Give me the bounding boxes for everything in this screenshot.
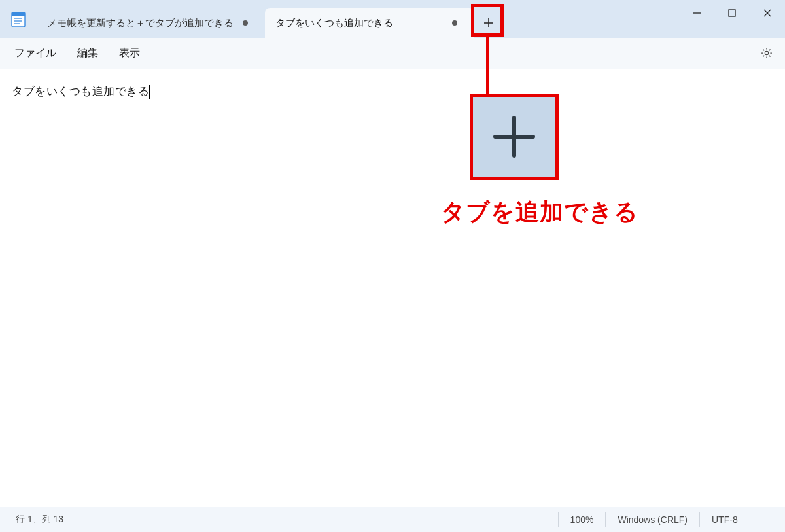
close-button[interactable] xyxy=(750,0,785,26)
menu-file[interactable]: ファイル xyxy=(5,43,65,64)
status-line-ending: Windows (CRLF) xyxy=(606,507,699,532)
status-zoom[interactable]: 100% xyxy=(559,507,606,532)
menu-bar: ファイル 編集 表示 xyxy=(0,38,785,69)
title-bar: メモ帳を更新すると＋でタブが追加できる タブをいくつも追加できる xyxy=(0,0,785,38)
text-caret xyxy=(149,85,150,99)
svg-rect-1 xyxy=(12,12,25,16)
maximize-button[interactable] xyxy=(714,0,750,26)
text-editor[interactable]: タブをいくつも追加できる xyxy=(0,69,785,507)
svg-point-6 xyxy=(16,12,18,13)
menu-edit[interactable]: 編集 xyxy=(68,43,107,64)
plus-icon xyxy=(483,17,495,29)
unsaved-indicator-icon xyxy=(243,20,248,26)
tab-1[interactable]: タブをいくつも追加できる xyxy=(265,8,474,38)
tab-strip: メモ帳を更新すると＋でタブが追加できる タブをいくつも追加できる xyxy=(37,0,503,38)
unsaved-indicator-icon xyxy=(452,20,457,26)
minimize-button[interactable] xyxy=(679,0,714,26)
app-icon xyxy=(0,0,37,38)
status-bar: 行 1、列 13 100% Windows (CRLF) UTF-8 xyxy=(0,507,785,532)
svg-point-8 xyxy=(22,12,23,13)
tab-title: メモ帳を更新すると＋でタブが追加できる xyxy=(47,17,234,29)
gear-icon xyxy=(760,46,773,60)
editor-content: タブをいくつも追加できる xyxy=(12,84,150,99)
svg-point-5 xyxy=(14,12,15,13)
menu-view[interactable]: 表示 xyxy=(110,43,149,64)
tab-0[interactable]: メモ帳を更新すると＋でタブが追加できる xyxy=(37,8,265,38)
tab-title: タブをいくつも追加できる xyxy=(275,17,443,29)
svg-rect-12 xyxy=(729,10,735,16)
status-position: 行 1、列 13 xyxy=(0,507,75,532)
new-tab-button[interactable] xyxy=(474,8,503,38)
status-encoding: UTF-8 xyxy=(700,507,785,532)
svg-point-7 xyxy=(19,12,20,13)
window-controls xyxy=(679,0,785,26)
svg-point-15 xyxy=(765,51,768,54)
settings-button[interactable] xyxy=(758,44,776,62)
